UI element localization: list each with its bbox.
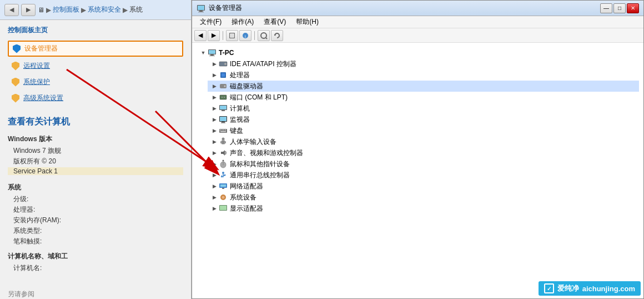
sysprot-icon [11, 78, 20, 87]
sidebar-item-remote[interactable]: 远程设置 [8, 59, 183, 73]
tree-node-monitor[interactable]: ▶ 监视器 [208, 114, 639, 125]
tree-node-keyboard[interactable]: ▶ 键盘 [208, 125, 639, 136]
monitor-expand: ▶ [210, 115, 219, 124]
dm-title-icon [197, 4, 205, 13]
sidebar-item-device-manager[interactable]: 设备管理器 [8, 41, 183, 57]
tree-node-root[interactable]: ▼ T-PC [197, 47, 639, 58]
breadcrumb-sep3: ▶ [123, 6, 128, 14]
sys-rating: 分级: [8, 195, 183, 204]
dm-title-text: 设备管理器 [197, 3, 242, 13]
device-tree: ▼ T-PC ▶ [194, 45, 641, 216]
back-button[interactable]: ◀ [4, 4, 19, 16]
svg-rect-5 [230, 33, 234, 38]
watermark: ✓ 爱纯净 aichunjing.com [539, 281, 641, 296]
toolbar-forward[interactable]: ▶ [208, 30, 220, 41]
svg-rect-52 [220, 185, 226, 187]
network-label: 网络适配器 [230, 182, 263, 191]
forward-button[interactable]: ▶ [21, 4, 36, 16]
port-icon [219, 93, 228, 102]
advanced-icon [11, 94, 20, 103]
computer-label: 计算机 [230, 104, 250, 113]
keyboard-label: 键盘 [230, 126, 243, 136]
close-button[interactable]: ✕ [627, 3, 639, 13]
sidebar-menu: 设备管理器 远程设置 系统保护 高级系统设置 [8, 41, 183, 105]
menu-action[interactable]: 操作(A) [227, 16, 258, 28]
tree-node-port[interactable]: ▶ 端口 (COM 和 LPT) [208, 92, 639, 103]
sidebar-item-label-device-manager: 设备管理器 [24, 44, 58, 53]
ide-icon [219, 59, 228, 68]
tree-node-hid[interactable]: ▶ 人体学输入设备 [208, 136, 639, 147]
tree-node-disk[interactable]: ▶ 磁盘驱动器 [208, 81, 639, 92]
toolbar-update[interactable] [271, 30, 283, 41]
system-section: 系统 分级: 处理器: 安装内存(RAM): 系统类型: 笔和触摸: [8, 183, 183, 246]
tree-node-network[interactable]: ▶ 网络适配器 [208, 181, 639, 192]
sysdev-expand: ▶ [210, 193, 219, 202]
sound-label: 声音、视频和游戏控制器 [230, 148, 303, 158]
network-expand: ▶ [210, 182, 219, 191]
port-label: 端口 (COM 和 LPT) [230, 93, 288, 102]
svg-rect-29 [222, 122, 225, 123]
minimize-button[interactable]: — [600, 3, 612, 13]
tree-node-cpu[interactable]: ▶ 处理器 [208, 69, 639, 81]
device-manager-icon [12, 44, 21, 53]
tree-node-ide[interactable]: ▶ IDE ATA/ATAPI 控制器 [208, 58, 639, 69]
display-label: 显示适配器 [230, 204, 263, 213]
svg-rect-32 [220, 129, 221, 131]
root-label: T-PC [219, 49, 234, 57]
toolbar-scan[interactable] [258, 30, 270, 41]
sidebar-item-advanced[interactable]: 高级系统设置 [8, 91, 183, 105]
svg-rect-21 [220, 95, 227, 99]
toolbar-back[interactable]: ◀ [194, 30, 207, 41]
port-expand: ▶ [210, 93, 219, 102]
mouse-icon [219, 160, 228, 168]
breadcrumb-sa[interactable]: 系统和安全 [88, 5, 121, 14]
tree-node-computer[interactable]: ▶ 计算机 [208, 103, 639, 114]
toolbar-info[interactable]: i [239, 30, 251, 41]
windows-version-label: Windows 版本 [8, 134, 183, 144]
tree-node-display[interactable]: ▶ 显示适配器 [208, 203, 639, 214]
ide-label: IDE ATA/ATAPI 控制器 [230, 59, 296, 69]
dm-menubar: 文件(F) 操作(A) 查看(V) 帮助(H) [192, 16, 643, 28]
usb-icon [219, 171, 228, 180]
svg-rect-47 [221, 176, 223, 177]
computer-name-section: 计算机名称、域和工 计算机名: [8, 252, 183, 273]
usb-expand: ▶ [210, 171, 219, 180]
svg-text:i: i [245, 34, 246, 39]
keyboard-expand: ▶ [210, 126, 219, 135]
svg-rect-3 [198, 6, 204, 10]
svg-marker-41 [221, 150, 225, 156]
svg-point-8 [261, 33, 266, 38]
dm-tree-content[interactable]: ▼ T-PC ▶ [192, 43, 643, 298]
display-icon [219, 204, 228, 213]
svg-rect-35 [225, 129, 226, 131]
watermark-icon: ✓ [544, 283, 554, 293]
cpu-icon [219, 71, 228, 79]
root-expand-icon: ▼ [199, 48, 208, 57]
computer-icon [219, 104, 228, 113]
menu-file[interactable]: 文件(F) [195, 16, 226, 28]
hid-label: 人体学输入设备 [230, 137, 276, 147]
control-panel: ◀ ▶ 🖥 ▶ 控制面板 ▶ 系统和安全 ▶ 系统 控制面板主页 设备管理器 [0, 0, 192, 299]
svg-rect-36 [220, 131, 226, 132]
svg-rect-26 [222, 110, 225, 111]
toolbar-properties[interactable] [226, 30, 238, 41]
menu-help[interactable]: 帮助(H) [291, 16, 323, 28]
left-content: 控制面板主页 设备管理器 远程设置 系统保护 [0, 20, 191, 299]
menu-view[interactable]: 查看(V) [259, 16, 290, 28]
breadcrumb-cp[interactable]: 控制面板 [53, 5, 79, 14]
tree-node-usb[interactable]: ▶ 通用串行总线控制器 [208, 170, 639, 181]
system-label: 系统 [8, 183, 183, 192]
tree-node-sound[interactable]: ▶ 声音、视频和游戏控制器 [208, 147, 639, 158]
sidebar-item-label-advanced: 高级系统设置 [23, 93, 63, 103]
win-version-line2: 版权所有 © 20 [8, 157, 183, 166]
tree-node-mouse[interactable]: ▶ 鼠标和其他指针设备 [208, 158, 639, 170]
computer-name-label: 计算机名: [8, 263, 183, 273]
also-see-section: 另请参阅 操作中心 Windows Update 性能信息和工具 [8, 290, 183, 299]
window-controls: — □ ✕ [600, 3, 639, 13]
windows-version-section: Windows 版本 Windows 7 旗舰 版权所有 © 20 Servic… [8, 134, 183, 175]
sidebar-item-sysprot[interactable]: 系统保护 [8, 75, 183, 89]
maximize-button[interactable]: □ [613, 3, 626, 13]
main-area-title: 查看有关计算机 [8, 116, 183, 128]
tree-node-sysdev[interactable]: ▶ 系统设备 [208, 192, 639, 203]
sidebar-item-label-remote: 远程设置 [23, 61, 50, 71]
